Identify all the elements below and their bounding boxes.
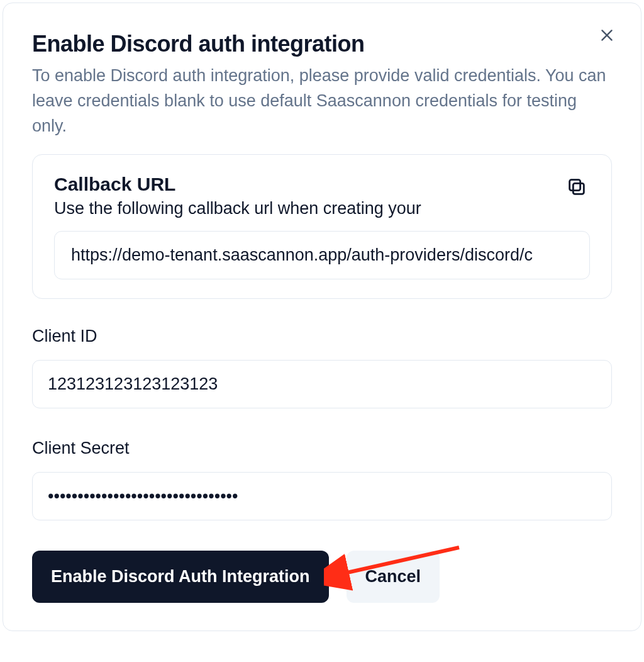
client-secret-label: Client Secret	[32, 439, 612, 458]
copy-icon	[566, 176, 587, 199]
callback-title: Callback URL	[54, 174, 421, 195]
svg-rect-2	[573, 183, 584, 194]
callback-subtitle: Use the following callback url when crea…	[54, 199, 421, 218]
close-button[interactable]	[594, 23, 619, 48]
enable-auth-modal: Enable Discord auth integration To enabl…	[3, 3, 641, 631]
client-id-field-group: Client ID	[32, 327, 612, 408]
svg-rect-3	[570, 180, 580, 191]
client-id-input[interactable]	[32, 360, 612, 408]
client-id-label: Client ID	[32, 327, 612, 346]
client-secret-input[interactable]	[32, 472, 612, 520]
close-icon	[599, 27, 615, 45]
cancel-button[interactable]: Cancel	[347, 551, 440, 603]
callback-url-value[interactable]: https://demo-tenant.saascannon.app/auth-…	[54, 231, 590, 279]
enable-integration-button[interactable]: Enable Discord Auth Integration	[32, 551, 329, 603]
client-secret-field-group: Client Secret	[32, 439, 612, 520]
modal-actions: Enable Discord Auth Integration Cancel	[32, 551, 612, 603]
callback-url-card: Callback URL Use the following callback …	[32, 154, 612, 299]
modal-title: Enable Discord auth integration	[32, 31, 612, 57]
modal-description: To enable Discord auth integration, plea…	[32, 64, 612, 139]
copy-callback-button[interactable]	[564, 174, 590, 202]
